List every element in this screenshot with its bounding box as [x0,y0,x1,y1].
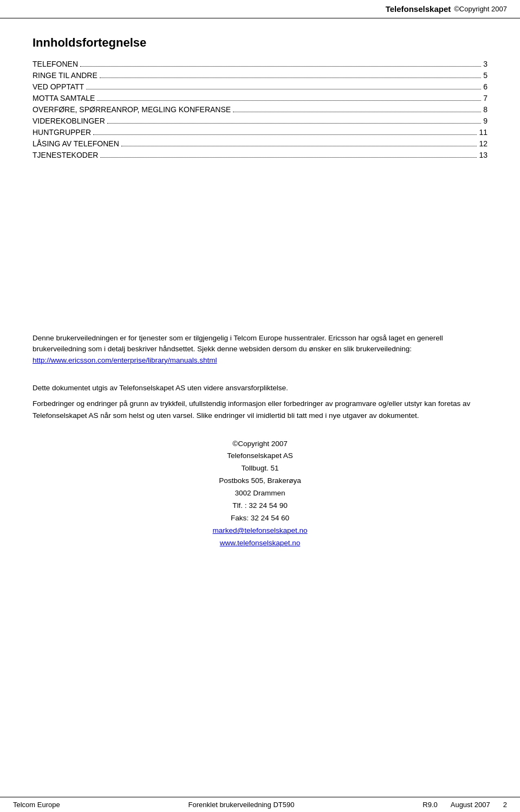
copyright-line5: 3002 Drammen [32,487,487,500]
toc-entry-page: 5 [483,71,487,80]
toc-entry-label: TJENESTEKODER [32,151,98,159]
toc-entry-dots [107,123,481,124]
disclaimer-para2: Forbedringer og endringer på grunn av tr… [32,398,487,421]
toc-entry: TJENESTEKODER13 [32,151,487,159]
toc-entries: TELEFONEN3RINGE TIL ANDRE5VED OPPTATT6MO… [32,60,487,159]
footer-center: Forenklet brukerveiledning DT590 [188,801,295,809]
header-copyright: ©Copyright 2007 [454,5,507,13]
toc-entry: HUNTGRUPPER11 [32,128,487,137]
toc-entry-label: MOTTA SAMTALE [32,94,95,102]
toc-entry-label: RINGE TIL ANDRE [32,71,98,80]
toc-section: Innholdsfortegnelse TELEFONEN3RINGE TIL … [32,36,487,159]
page-header: Telefonselskapet ©Copyright 2007 [0,0,520,18]
page-footer: Telcom Europe Forenklet brukerveiledning… [0,797,520,812]
description-section: Denne brukerveiledningen er for tjeneste… [32,333,487,366]
toc-title: Innholdsfortegnelse [32,36,487,50]
toc-entry: VIDEREKOBLINGER9 [32,117,487,125]
toc-entry-page: 13 [479,151,487,159]
footer-page: 2 [503,801,507,809]
footer-left: Telcom Europe [13,801,60,809]
brand-name: Telefonselskapet [386,4,451,14]
toc-entry: MOTTA SAMTALE7 [32,94,487,102]
toc-entry-page: 12 [479,139,487,148]
toc-entry-label: LÅSING AV TELEFONEN [32,139,119,148]
toc-entry-page: 3 [483,60,487,68]
toc-entry-page: 7 [483,94,487,102]
disclaimer-section: Dette dokumentet utgis av Telefonselskap… [32,382,487,422]
toc-entry-dots [80,66,481,67]
toc-entry-dots [100,78,481,78]
main-content: Innholdsfortegnelse TELEFONEN3RINGE TIL … [0,18,520,560]
copyright-line4: Postboks 505, Brakerøya [32,475,487,487]
copyright-line1: ©Copyright 2007 [32,438,487,450]
toc-entry: TELEFONEN3 [32,60,487,68]
toc-entry-dots [97,100,481,101]
footer-date: August 2007 [451,801,490,809]
toc-entry-label: OVERFØRE, SPØRREANROP, MEGLING KONFERANS… [32,105,231,114]
toc-entry-dots [93,134,477,135]
footer-version: R9.0 [422,801,437,809]
disclaimer-para1: Dette dokumentet utgis av Telefonselskap… [32,382,487,394]
toc-entry-dots [100,157,477,158]
toc-entry: RINGE TIL ANDRE5 [32,71,487,80]
toc-entry-label: TELEFONEN [32,60,78,68]
copyright-line7: Faks: 32 24 54 60 [32,512,487,525]
ericsson-link[interactable]: http://www.ericsson.com/enterprise/libra… [32,356,217,364]
copyright-line6: Tlf. : 32 24 54 90 [32,500,487,512]
description-para1: Denne brukerveiledningen er for tjeneste… [32,333,487,366]
toc-entry-dots [121,146,477,146]
toc-entry-page: 11 [479,128,487,137]
copyright-line3: Tollbugt. 51 [32,462,487,475]
toc-entry-page: 8 [483,105,487,114]
copyright-line2: Telefonselskapet AS [32,450,487,462]
toc-entry: LÅSING AV TELEFONEN12 [32,139,487,148]
toc-entry-dots [233,112,481,112]
toc-entry: OVERFØRE, SPØRREANROP, MEGLING KONFERANS… [32,105,487,114]
toc-entry-label: VIDEREKOBLINGER [32,117,105,125]
toc-entry-label: VED OPPTATT [32,82,84,91]
website-link[interactable]: www.telefonselskapet.no [220,539,301,547]
toc-entry-page: 9 [483,117,487,125]
copyright-block: ©Copyright 2007 Telefonselskapet AS Toll… [32,438,487,550]
toc-entry-dots [86,89,481,89]
email-link[interactable]: marked@telefonselskapet.no [212,526,307,534]
toc-entry-label: HUNTGRUPPER [32,128,91,137]
toc-entry-page: 6 [483,82,487,91]
toc-entry: VED OPPTATT6 [32,82,487,91]
footer-right: R9.0 August 2007 2 [422,801,507,809]
